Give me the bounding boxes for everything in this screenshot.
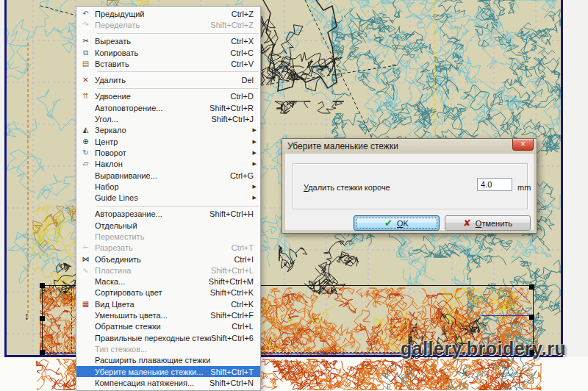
stitch-length-input[interactable] (477, 178, 512, 191)
menu-item-paste[interactable]: ▤ВставитьCtrl+V (76, 58, 260, 69)
x-icon: ✘ (463, 218, 471, 229)
menu-item-separate[interactable]: Отдельный (76, 220, 260, 231)
menu-item-guide-lines[interactable]: Guide Lines▶ (76, 192, 260, 203)
close-button[interactable]: ✕ (512, 139, 534, 151)
selection-handle[interactable] (40, 350, 45, 355)
menu-item-label: Угол... (95, 115, 212, 123)
scissors-icon: ✂ (76, 37, 95, 45)
menu-item-cut-apart[interactable]: ✁РазрезатьCtrl+T (76, 243, 260, 254)
menu-item-label: Вид Цвета (95, 300, 231, 309)
menu-shortcut: Ctrl+L (232, 322, 260, 331)
menu-item-label: Объединить (95, 255, 234, 264)
menu-item-join[interactable]: ⋈ОбъединитьCtrl+I (76, 254, 260, 265)
copy-icon: ⧉ (76, 49, 95, 57)
close-icon: ✕ (520, 140, 526, 148)
menu-item-stitch-type[interactable]: Тип стежков... (76, 343, 260, 354)
menu-item-alignment[interactable]: Выравнивание...Ctrl+G (76, 170, 260, 181)
menu-item-label: Правильные переходные стежки (95, 334, 211, 342)
menu-item-label: Авторазрезание... (95, 209, 209, 218)
menu-item-label: Набор (95, 182, 253, 191)
plate-icon: ∿ (76, 267, 95, 274)
menu-item-autorepeat[interactable]: Автоповторение...Shift+Ctrl+R (76, 102, 260, 113)
menu-item-undo[interactable]: ↶ПредыдущийCtrl+Z (76, 8, 260, 19)
menu-item-label: Зеркало (95, 126, 253, 134)
menu-item-expand-floating-stitches[interactable]: Расширить плавающие стежки (76, 355, 260, 366)
menu-shortcut: Ctrl+I (234, 255, 260, 264)
menu-item-label: Расширить плавающие стежки (95, 356, 260, 365)
resize-cursor-icon: ↕ (24, 311, 29, 321)
menu-item-mirror[interactable]: ◭Зеркало▶ (76, 125, 260, 136)
menu-item-tension-compensation[interactable]: Компенсация натяжения...Shift+Ctrl+N (76, 377, 260, 388)
design-area-border-right (561, 0, 563, 357)
menu-item-back-stitches[interactable]: Обратные стежкиCtrl+L (76, 321, 260, 332)
context-menu: ↶ПредыдущийCtrl+Z↷ПеределатьShift+Ctrl+Z… (76, 6, 261, 391)
submenu-arrow-icon: ▶ (253, 195, 260, 201)
menu-item-label: Компенсация натяжения... (95, 379, 209, 387)
menu-item-label: Тип стежков... (95, 345, 260, 354)
menu-item-double[interactable]: ⇈УдвоениеCtrl+D (76, 91, 260, 102)
menu-item-label: Переделать (95, 21, 210, 29)
unit-label: mm (517, 183, 531, 192)
menu-separator (76, 31, 260, 36)
selection-handle[interactable] (40, 283, 45, 288)
duplicate-icon: ⇈ (76, 93, 95, 100)
menu-shortcut: Shift+Ctrl+K (210, 288, 260, 297)
selection-handle[interactable] (529, 315, 534, 320)
selection-handle[interactable] (529, 284, 534, 290)
menu-item-remove-small-stitches[interactable]: Уберите маленькие стежки...Shift+Ctrl+T (76, 366, 260, 377)
menu-item-label: Разрезать (95, 243, 232, 252)
menu-shortcut: Shift+Ctrl+R (209, 104, 260, 112)
menu-item-mask[interactable]: Маска...Shift+Ctrl+M (76, 276, 260, 287)
watermark: gallery.broidery.ru (401, 338, 566, 359)
menu-item-label: Вырезать (95, 37, 231, 46)
menu-shortcut: Del (241, 76, 260, 85)
menu-shortcut: Shift+Ctrl+T (210, 367, 260, 376)
center-icon: ⊕ (76, 138, 95, 146)
menu-item-sort-color[interactable]: Сортировать цветShift+Ctrl+K (76, 287, 260, 298)
menu-item-auto-split[interactable]: Авторазрезание...Shift+Ctrl+H (76, 209, 260, 220)
menu-shortcut: Shift+Ctrl+L (211, 266, 260, 275)
cancel-button[interactable]: ✘ Отменить (445, 215, 531, 231)
menu-item-cut[interactable]: ✂ВырезатьCtrl+X (76, 36, 260, 47)
menu-item-rotation[interactable]: ↻Поворот▶ (76, 147, 260, 158)
menu-item-center[interactable]: ⊕Центр▶ (76, 136, 260, 147)
menu-item-label: Удалить (95, 76, 241, 85)
menu-item-skew[interactable]: ▱Наклон▶ (76, 159, 260, 170)
dialog-titlebar[interactable]: Уберите маленькие стежки ✕ (282, 139, 537, 154)
menu-item-label: Сортировать цвет (95, 288, 210, 297)
menu-shortcut: Shift+Ctrl+F (210, 311, 260, 320)
menu-item-label: Уберите маленькие стежки... (95, 367, 210, 376)
menu-item-copy[interactable]: ⧉КопироватьCtrl+C (76, 47, 260, 58)
selection-blue-line (482, 315, 532, 316)
menu-item-label: Переместить (95, 232, 260, 241)
rotate-icon: ↻ (76, 149, 95, 157)
menu-item-plate[interactable]: ∿ПластинаShift+Ctrl+L (76, 265, 260, 276)
menu-item-move[interactable]: Переместить (76, 231, 260, 242)
menu-item-set[interactable]: Набор▶ (76, 181, 260, 192)
menu-separator (76, 69, 260, 74)
ok-button[interactable]: ✔ OK (354, 215, 440, 231)
dialog-body: Удалить стежки короче mm ✔ OK ✘ Отменить (285, 154, 534, 230)
menu-item-label: Предыдущий (95, 10, 232, 18)
selection-handle[interactable] (40, 316, 45, 321)
menu-item-label: Отдельный (95, 221, 260, 230)
menu-shortcut: Shift+Ctrl+6 (211, 334, 260, 342)
clipboard-icon: ▤ (76, 60, 95, 68)
menu-shortcut: Shift+Ctrl+J (212, 115, 260, 123)
mirror-icon: ◭ (76, 126, 95, 134)
submenu-arrow-icon: ▶ (253, 161, 260, 167)
menu-shortcut: Shift+Ctrl+M (209, 277, 260, 286)
menu-item-label: Автоповторение... (95, 104, 209, 112)
menu-item-reduce-colors[interactable]: Уменьшить цвета...Shift+Ctrl+F (76, 309, 260, 320)
color-dots-icon: ▦ (76, 301, 95, 308)
menu-item-angle[interactable]: Угол...Shift+Ctrl+J (76, 113, 260, 124)
submenu-arrow-icon: ▶ (253, 184, 260, 190)
menu-item-correct-transition-stitches[interactable]: Правильные переходные стежкиShift+Ctrl+6 (76, 332, 260, 343)
menu-item-delete[interactable]: ✕УдалитьDel (76, 74, 260, 85)
menu-shortcut: Ctrl+K (231, 300, 260, 309)
menu-item-label: Guide Lines (95, 193, 253, 202)
menu-item-redo[interactable]: ↷ПеределатьShift+Ctrl+Z (76, 19, 260, 30)
menu-item-color-view[interactable]: ▦Вид ЦветаCtrl+K (76, 298, 260, 309)
remove-small-stitches-dialog: Уберите маленькие стежки ✕ Удалить стежк… (282, 138, 537, 234)
undo-icon: ↶ (76, 10, 95, 18)
